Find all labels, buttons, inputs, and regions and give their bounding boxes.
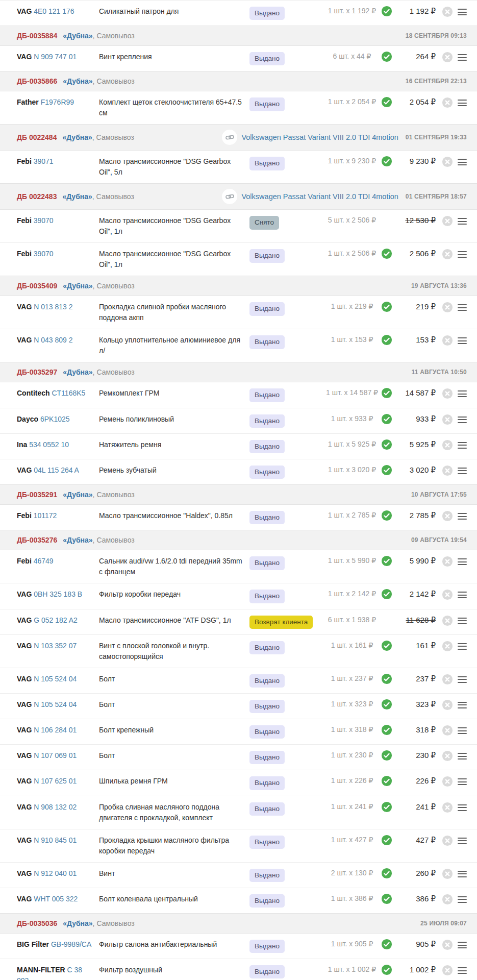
row-menu-icon[interactable] (458, 337, 467, 344)
row-menu-icon[interactable] (458, 304, 467, 311)
part-number-link[interactable]: N 103 352 07 (34, 642, 77, 650)
part-number-link[interactable]: N 909 747 01 (34, 53, 77, 61)
part-number-link[interactable]: GB-9989/CA (51, 940, 91, 948)
branch-link[interactable]: «Дубна» (62, 192, 92, 201)
part-number-link[interactable]: N 107 625 01 (34, 777, 77, 785)
branch-link[interactable]: «Дубна» (62, 133, 92, 141)
row-menu-icon[interactable] (458, 416, 467, 423)
branch-link[interactable]: «Дубна» (63, 32, 92, 40)
row-menu-icon[interactable] (458, 558, 467, 565)
branch-link[interactable]: «Дубна» (63, 77, 92, 85)
part-number-link[interactable]: N 912 040 01 (34, 869, 77, 877)
remove-item-icon[interactable] (442, 894, 453, 905)
row-menu-icon[interactable] (458, 468, 467, 474)
part-number-link[interactable]: 101172 (34, 511, 57, 520)
remove-item-icon[interactable] (442, 335, 453, 346)
remove-item-icon[interactable] (442, 215, 453, 227)
remove-item-icon[interactable] (442, 465, 453, 476)
row-menu-icon[interactable] (458, 942, 467, 948)
row-menu-icon[interactable] (458, 9, 467, 15)
part-number-link[interactable]: 39071 (34, 157, 54, 165)
remove-item-icon[interactable] (442, 776, 453, 787)
remove-item-icon[interactable] (442, 97, 453, 108)
vehicle-link[interactable]: Volkswagen Passat Variant VIII 2.0 TDI 4… (222, 189, 398, 204)
part-number-link[interactable]: N 910 845 01 (34, 836, 77, 844)
part-number-link[interactable]: N 043 809 2 (34, 336, 72, 344)
row-menu-icon[interactable] (458, 871, 467, 877)
remove-item-icon[interactable] (442, 6, 453, 17)
order-number-link[interactable]: ДБ-0035884 (17, 32, 57, 40)
row-menu-icon[interactable] (458, 896, 467, 903)
remove-item-icon[interactable] (442, 510, 453, 522)
order-number-link[interactable]: ДБ-0035276 (17, 536, 57, 544)
branch-link[interactable]: «Дубна» (63, 491, 92, 499)
row-menu-icon[interactable] (458, 702, 467, 708)
row-menu-icon[interactable] (458, 838, 467, 844)
row-menu-icon[interactable] (458, 778, 467, 785)
remove-item-icon[interactable] (442, 802, 453, 813)
part-number-link[interactable]: 4E0 121 176 (34, 7, 74, 15)
remove-item-icon[interactable] (442, 725, 453, 736)
row-menu-icon[interactable] (458, 643, 467, 650)
remove-item-icon[interactable] (442, 868, 453, 879)
order-number-link[interactable]: ДБ-0035866 (17, 77, 57, 85)
remove-item-icon[interactable] (442, 249, 453, 260)
remove-item-icon[interactable] (442, 674, 453, 685)
part-number-link[interactable]: 0BH 325 183 B (34, 590, 82, 598)
remove-item-icon[interactable] (442, 556, 453, 567)
order-number-link[interactable]: ДБ 0022483 (17, 192, 57, 201)
remove-item-icon[interactable] (442, 589, 453, 600)
part-number-link[interactable]: N 105 524 04 (34, 675, 77, 683)
row-menu-icon[interactable] (458, 218, 467, 225)
vehicle-link[interactable]: Volkswagen Passat Variant VIII 2.0 TDI 4… (222, 130, 398, 145)
part-number-link[interactable]: 534 0552 10 (29, 440, 69, 449)
remove-item-icon[interactable] (442, 835, 453, 846)
row-menu-icon[interactable] (458, 251, 467, 258)
part-number-link[interactable]: 39070 (34, 250, 54, 258)
remove-item-icon[interactable] (442, 388, 453, 399)
order-number-link[interactable]: ДБ-0035409 (17, 282, 57, 290)
branch-link[interactable]: «Дубна» (63, 919, 92, 927)
order-number-link[interactable]: ДБ-0035291 (17, 491, 57, 499)
remove-item-icon[interactable] (442, 615, 453, 626)
remove-item-icon[interactable] (442, 52, 453, 63)
part-number-link[interactable]: N 908 132 02 (34, 803, 77, 811)
part-number-link[interactable]: 39070 (34, 216, 54, 225)
remove-item-icon[interactable] (442, 439, 453, 451)
remove-item-icon[interactable] (442, 699, 453, 710)
branch-link[interactable]: «Дубна» (63, 536, 92, 544)
row-menu-icon[interactable] (458, 804, 467, 811)
part-number-link[interactable]: 6PK1025 (40, 415, 70, 423)
remove-item-icon[interactable] (442, 414, 453, 425)
row-menu-icon[interactable] (458, 618, 467, 624)
row-menu-icon[interactable] (458, 100, 467, 106)
branch-link[interactable]: «Дубна» (63, 368, 92, 376)
part-number-link[interactable]: WHT 005 322 (34, 895, 78, 903)
remove-item-icon[interactable] (442, 302, 453, 313)
part-number-link[interactable]: N 106 284 01 (34, 726, 77, 734)
order-number-link[interactable]: ДБ-0035036 (17, 919, 57, 927)
remove-item-icon[interactable] (442, 641, 453, 652)
row-menu-icon[interactable] (458, 54, 467, 61)
row-menu-icon[interactable] (458, 967, 467, 974)
row-menu-icon[interactable] (458, 513, 467, 520)
remove-item-icon[interactable] (442, 750, 453, 762)
row-menu-icon[interactable] (458, 753, 467, 760)
row-menu-icon[interactable] (458, 442, 467, 449)
part-number-link[interactable]: G 052 182 A2 (34, 616, 78, 624)
part-number-link[interactable]: CT1168K5 (52, 389, 85, 397)
part-number-link[interactable]: 04L 115 264 A (34, 466, 79, 474)
row-menu-icon[interactable] (458, 592, 467, 598)
branch-link[interactable]: «Дубна» (63, 282, 92, 290)
part-number-link[interactable]: 46749 (34, 557, 54, 565)
part-number-link[interactable]: N 107 069 01 (34, 751, 77, 760)
order-number-link[interactable]: ДБ 0022484 (17, 133, 57, 141)
remove-item-icon[interactable] (442, 939, 453, 950)
row-menu-icon[interactable] (458, 390, 467, 397)
part-number-link[interactable]: F1976R99 (41, 98, 74, 106)
part-number-link[interactable]: N 013 813 2 (34, 303, 72, 311)
remove-item-icon[interactable] (442, 965, 453, 976)
order-number-link[interactable]: ДБ-0035297 (17, 368, 57, 376)
remove-item-icon[interactable] (442, 156, 453, 167)
part-number-link[interactable]: N 105 524 04 (34, 700, 77, 708)
